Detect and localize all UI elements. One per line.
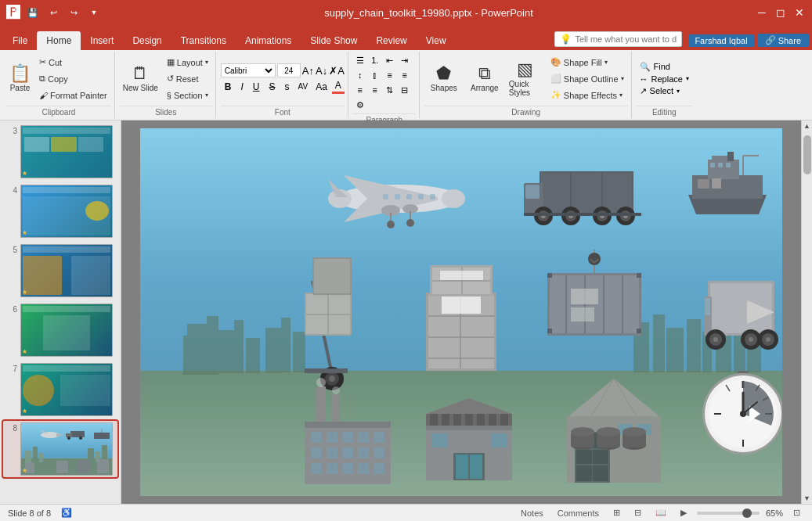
notes-button[interactable]: Notes: [517, 508, 547, 518]
underline-button[interactable]: U: [249, 80, 264, 94]
shape-effects-icon: ✨: [550, 90, 561, 100]
justify-button[interactable]: ≡: [368, 83, 382, 97]
cut-button[interactable]: ✂ Cut: [35, 55, 111, 70]
shape-effects-button[interactable]: ✨ Shape Effects ▾: [547, 88, 628, 103]
numbering-button[interactable]: 1.: [368, 53, 382, 67]
quick-redo[interactable]: ↪: [66, 5, 81, 20]
ribbon: 📋 Paste ✂ Cut ⧉ Copy 🖌 Format Painter Cl…: [0, 50, 812, 120]
replace-button[interactable]: ↔ Replace ▾: [637, 74, 692, 84]
slide-content-svg: [140, 128, 782, 496]
close-button[interactable]: ✕: [793, 6, 806, 19]
quick-customize[interactable]: ▼: [86, 5, 102, 20]
shape-outline-button[interactable]: ⬜ Shape Outline ▾: [547, 71, 628, 87]
tab-design[interactable]: Design: [123, 31, 171, 50]
svg-rect-164: [465, 414, 473, 426]
format-painter-button[interactable]: 🖌 Format Painter: [35, 88, 111, 103]
bullets-button[interactable]: ☰: [353, 53, 367, 67]
paste-button[interactable]: 📋 Paste: [6, 56, 34, 102]
reading-view-button[interactable]: 📖: [651, 508, 670, 518]
svg-rect-128: [705, 298, 710, 315]
accessibility-button[interactable]: ♿: [57, 508, 76, 518]
char-spacing-button[interactable]: AV: [295, 81, 312, 92]
new-slide-button[interactable]: 🗒 New Slide: [120, 56, 161, 102]
tab-insert[interactable]: Insert: [81, 31, 123, 50]
svg-rect-20: [97, 459, 109, 473]
svg-point-132: [713, 337, 718, 342]
shape-fill-button[interactable]: 🎨 Shape Fill ▾: [547, 55, 628, 70]
scroll-up-button[interactable]: ▲: [802, 120, 813, 131]
font-color-button[interactable]: A: [332, 79, 345, 94]
columns-button[interactable]: ⫿: [368, 68, 382, 82]
reset-button[interactable]: ↺ Reset: [163, 71, 212, 87]
slide-thumbnail-3[interactable]: 3 ★: [3, 124, 117, 180]
arrange-button[interactable]: ⧉ Arrange: [465, 56, 504, 102]
slide-thumbnail-4[interactable]: 4 ★: [3, 183, 117, 239]
minimize-button[interactable]: ─: [756, 6, 768, 19]
find-button[interactable]: 🔍 Find: [637, 61, 692, 73]
tab-slideshow[interactable]: Slide Show: [301, 31, 366, 50]
slide-thumbnail-6[interactable]: 6 ★: [3, 302, 117, 358]
align-center-button[interactable]: ≡: [398, 68, 412, 82]
lightbulb-icon: 💡: [560, 34, 572, 45]
svg-rect-159: [374, 463, 384, 474]
svg-rect-86: [726, 163, 731, 167]
italic-button[interactable]: I: [236, 80, 247, 94]
quick-styles-button[interactable]: ▧ Quick Styles: [506, 56, 545, 102]
quick-save[interactable]: 💾: [25, 5, 41, 20]
tab-review[interactable]: Review: [366, 31, 416, 50]
font-name-select[interactable]: Calibri: [221, 63, 276, 77]
main-area: 3 ★ 4: [0, 120, 812, 504]
scroll-thumb[interactable]: [803, 135, 811, 174]
fit-to-window-button[interactable]: ⊡: [789, 508, 804, 518]
shapes-button[interactable]: ⬟ Shapes: [424, 56, 464, 102]
tell-me-box[interactable]: 💡: [554, 31, 682, 47]
scroll-down-button[interactable]: ▼: [802, 493, 813, 504]
select-button[interactable]: ↗ Select ▾: [637, 85, 692, 97]
increase-font-icon[interactable]: A↑: [302, 65, 314, 77]
layout-button[interactable]: ▦ Layout ▾: [163, 55, 212, 70]
user-badge[interactable]: Farshad Iqbal: [688, 34, 753, 47]
comments-button[interactable]: Comments: [554, 508, 603, 518]
slide-thumbnail-8[interactable]: 8: [3, 421, 117, 477]
line-spacing-button[interactable]: ↕: [353, 68, 367, 82]
paste-icon: 📋: [9, 65, 31, 82]
section-button[interactable]: § Section ▾: [163, 88, 212, 103]
tab-animations[interactable]: Animations: [236, 31, 301, 50]
align-left-button[interactable]: ≡: [383, 68, 397, 82]
tab-home[interactable]: Home: [37, 31, 81, 50]
slide-canvas[interactable]: [140, 128, 782, 496]
svg-rect-121: [547, 273, 552, 278]
svg-rect-122: [637, 273, 641, 278]
canvas-scrollbar[interactable]: ▲ ▼: [801, 120, 812, 504]
slide-sorter-button[interactable]: ⊟: [630, 508, 645, 518]
align-text-button[interactable]: ⊟: [398, 83, 412, 97]
slide-panel[interactable]: 3 ★ 4: [0, 120, 121, 504]
change-case-button[interactable]: Aa: [312, 81, 330, 93]
svg-point-135: [749, 337, 753, 342]
text-direction-button[interactable]: ⇅: [383, 83, 397, 97]
clear-format-icon[interactable]: ✗A: [329, 65, 345, 77]
copy-button[interactable]: ⧉ Copy: [35, 71, 111, 87]
quick-undo[interactable]: ↩: [45, 5, 61, 20]
slide-thumbnail-7[interactable]: 7 ★: [3, 361, 117, 418]
convert-smartart-button[interactable]: ⚙: [353, 98, 367, 112]
tab-transitions[interactable]: Transitions: [171, 31, 236, 50]
share-button[interactable]: 🔗 Share: [757, 34, 809, 47]
align-right-button[interactable]: ≡: [353, 83, 367, 97]
slide-thumbnail-5[interactable]: 5 ★: [3, 243, 117, 299]
increase-indent-button[interactable]: ⇥: [398, 53, 412, 67]
tab-view[interactable]: View: [417, 31, 456, 50]
zoom-thumb[interactable]: [742, 508, 752, 518]
tab-file[interactable]: File: [3, 31, 37, 50]
restore-button[interactable]: ◻: [774, 6, 787, 19]
shadow-button[interactable]: s: [281, 80, 294, 94]
strikethrough-button[interactable]: S: [265, 80, 280, 94]
zoom-slider[interactable]: [697, 512, 760, 515]
slideshow-button[interactable]: ▶: [677, 508, 691, 518]
decrease-font-icon[interactable]: A↓: [316, 65, 327, 77]
font-size-input[interactable]: [277, 63, 301, 77]
decrease-indent-button[interactable]: ⇤: [383, 53, 397, 67]
normal-view-button[interactable]: ⊞: [609, 508, 624, 518]
bold-button[interactable]: B: [221, 80, 236, 94]
tell-me-input[interactable]: [575, 34, 677, 44]
